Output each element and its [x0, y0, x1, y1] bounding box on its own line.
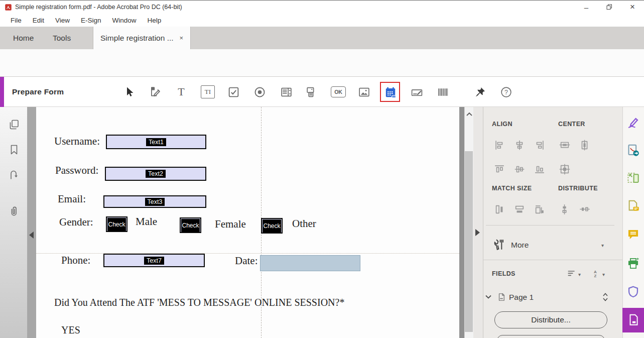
- tab-document[interactable]: Simple registration ... ×: [93, 27, 191, 49]
- signature-field-tool-icon[interactable]: [410, 85, 424, 98]
- form-select-tool-icon[interactable]: [123, 85, 136, 98]
- more-label[interactable]: More: [511, 241, 529, 250]
- more-caret-icon[interactable]: ▾: [601, 243, 604, 248]
- tab-bar: Home Tools Simple registration ... × ? S…: [0, 27, 644, 49]
- pdf-file-icon: [4, 3, 12, 11]
- sort-order-caret-icon[interactable]: ▾: [578, 272, 581, 277]
- sort-order-icon[interactable]: [566, 269, 577, 279]
- svg-text:?: ?: [504, 88, 508, 95]
- button-tool-icon[interactable]: OK: [331, 86, 346, 97]
- restore-button[interactable]: [598, 1, 621, 14]
- distribute-vertically-icon[interactable]: [559, 204, 570, 215]
- close-tab-icon[interactable]: ×: [180, 34, 184, 42]
- match-both-icon[interactable]: [534, 204, 545, 215]
- password-label: Password:: [55, 164, 98, 177]
- menu-window[interactable]: Window: [107, 17, 142, 24]
- align-center-horizontal-icon[interactable]: [514, 140, 525, 151]
- align-left-icon[interactable]: [494, 140, 505, 151]
- menu-bar: File Edit View E-Sign Window Help: [0, 14, 644, 27]
- phone-field[interactable]: Text7: [103, 254, 205, 267]
- destinations-icon[interactable]: [8, 168, 21, 181]
- center-vertically-icon[interactable]: [579, 140, 590, 151]
- tab-tools[interactable]: Tools: [48, 27, 76, 49]
- collapse-left-panel-icon[interactable]: [29, 232, 34, 239]
- menu-view[interactable]: View: [50, 17, 75, 24]
- sort-alphabetical-caret-icon[interactable]: ▾: [602, 272, 605, 277]
- align-top-icon[interactable]: [494, 164, 505, 175]
- username-label: Username:: [54, 135, 100, 148]
- dropdown-tool-icon[interactable]: [305, 85, 319, 98]
- minimize-button[interactable]: –: [575, 1, 598, 14]
- partial-bottom-button[interactable]: [497, 335, 605, 338]
- checkbox-tool-icon[interactable]: [227, 85, 240, 98]
- page-tree-chevron-icon[interactable]: [485, 294, 492, 299]
- list-box-tool-icon[interactable]: [279, 85, 293, 98]
- more-tools-panel-icon[interactable]: [493, 238, 506, 251]
- radio-button-tool-icon[interactable]: [253, 85, 266, 98]
- print-production-tool-icon[interactable]: [626, 257, 640, 270]
- add-text-tool-icon[interactable]: T: [175, 85, 188, 98]
- match-width-icon[interactable]: [514, 204, 525, 215]
- edit-fields-tool-icon[interactable]: [149, 85, 162, 98]
- attachments-icon[interactable]: [8, 205, 21, 218]
- distribute-horizontally-icon[interactable]: [579, 204, 590, 215]
- gender-male-label: Male: [136, 215, 157, 228]
- center-both-icon[interactable]: [559, 164, 570, 175]
- scrollbar-thumb[interactable]: [465, 151, 473, 332]
- prepare-form-accent: [0, 77, 4, 107]
- image-field-tool-icon[interactable]: [357, 85, 371, 98]
- gender-male-checkbox[interactable]: Check: [106, 216, 127, 232]
- organize-pages-tool-icon[interactable]: [626, 171, 640, 185]
- export-pdf-tool-icon[interactable]: [626, 144, 640, 157]
- barcode-tool-icon[interactable]: [436, 85, 450, 98]
- gender-other-checkbox-tag: Check: [263, 219, 281, 233]
- prepare-form-tool-active[interactable]: [622, 308, 644, 332]
- page-spinner-icon[interactable]: [601, 291, 609, 303]
- prepare-form-toolbar: Prepare Form T TI OK: [0, 77, 644, 107]
- date-label: Date:: [235, 255, 257, 267]
- menu-edit[interactable]: Edit: [27, 17, 50, 24]
- align-bottom-icon[interactable]: [534, 164, 545, 175]
- password-field[interactable]: Text2: [105, 167, 206, 181]
- text-field-tool-icon[interactable]: TI: [201, 85, 215, 98]
- date-field[interactable]: [260, 255, 360, 271]
- sort-alphabetical-icon[interactable]: A Z: [590, 268, 600, 280]
- formbar-help-icon[interactable]: ?: [499, 85, 512, 98]
- document-gutter-right: [459, 107, 464, 338]
- distribute-button[interactable]: Distribute...: [494, 311, 607, 328]
- gender-female-label: Female: [215, 218, 246, 231]
- fields-header: FIELDS: [492, 270, 516, 277]
- tab-home[interactable]: Home: [8, 27, 39, 49]
- gender-female-checkbox[interactable]: Check: [180, 217, 201, 233]
- align-middle-vertical-icon[interactable]: [514, 164, 525, 175]
- menu-esign[interactable]: E-Sign: [75, 17, 107, 24]
- page-thumbnails-icon[interactable]: [8, 118, 21, 131]
- gender-other-checkbox[interactable]: Check: [261, 218, 283, 234]
- expand-right-panel-icon[interactable]: [475, 229, 480, 236]
- session-question: Did You Attend The ATF 'MESS TO MESSAGE'…: [54, 297, 344, 308]
- protect-tool-icon[interactable]: [626, 285, 640, 299]
- acrobat-window: Simple registration form.pdf - Adobe Acr…: [0, 0, 644, 338]
- menu-file[interactable]: File: [5, 17, 27, 24]
- email-field[interactable]: Text3: [103, 195, 206, 208]
- center-horizontally-icon[interactable]: [559, 140, 570, 151]
- panel-divider: [483, 260, 622, 260]
- request-signatures-tool-icon[interactable]: [626, 199, 640, 213]
- page-tree-item-label[interactable]: Page 1: [509, 293, 534, 302]
- prepare-form-tool-icon: [627, 313, 640, 326]
- fill-sign-tool-icon[interactable]: [626, 116, 640, 129]
- panel-gap: [473, 107, 483, 338]
- comments-tool-icon[interactable]: [626, 228, 640, 241]
- align-right-icon[interactable]: [534, 140, 545, 151]
- document-gutter-left: [28, 107, 36, 338]
- username-field[interactable]: Text1: [106, 135, 206, 149]
- match-size-header: MATCH SIZE: [492, 185, 532, 192]
- username-field-tag: Text1: [146, 138, 166, 146]
- pin-toolbar-icon[interactable]: [473, 85, 486, 98]
- scroll-up-icon[interactable]: [465, 110, 474, 118]
- close-window-button[interactable]: ×: [621, 1, 644, 14]
- bookmarks-icon[interactable]: [8, 143, 21, 156]
- match-height-icon[interactable]: [494, 204, 505, 215]
- menu-help[interactable]: Help: [142, 17, 167, 24]
- date-field-tool-icon[interactable]: [383, 85, 397, 99]
